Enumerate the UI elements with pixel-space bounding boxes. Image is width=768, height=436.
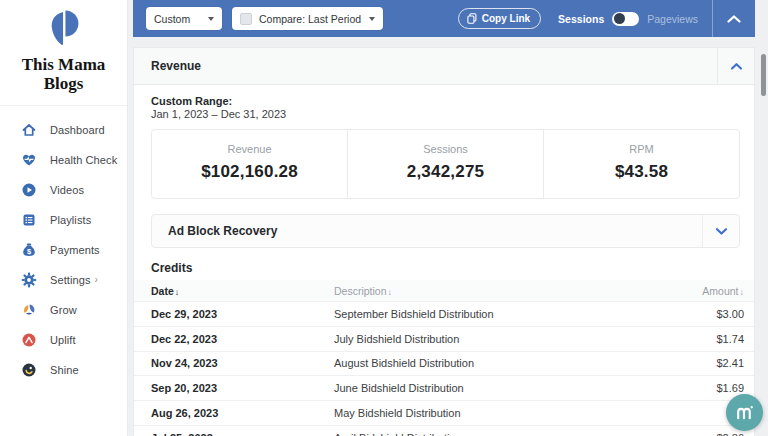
toggle-knob bbox=[614, 13, 625, 24]
stat-label: Revenue bbox=[152, 143, 347, 155]
copy-link-label: Copy Link bbox=[482, 13, 530, 24]
main-area: Custom Compare: Last Period Copy Link Se… bbox=[133, 0, 755, 436]
table-row: Jul 25, 2023 April Bidshield Distributio… bbox=[134, 425, 754, 436]
credit-date: Dec 29, 2023 bbox=[134, 308, 334, 320]
revenue-section-header: Revenue bbox=[134, 48, 754, 85]
chevron-down-icon bbox=[715, 227, 728, 236]
sidebar-item-label: Payments bbox=[50, 244, 100, 256]
collapse-revenue-button[interactable] bbox=[717, 48, 754, 84]
custom-range-label: Custom Range: bbox=[151, 95, 754, 107]
credit-amount: $1.69 bbox=[634, 382, 754, 394]
compare-select[interactable]: Compare: Last Period bbox=[232, 7, 383, 30]
topbar: Custom Compare: Last Period Copy Link Se… bbox=[133, 0, 755, 37]
home-icon bbox=[21, 122, 37, 138]
compare-value: Compare: Last Period bbox=[259, 13, 361, 25]
stat-rpm: RPM $43.58 bbox=[543, 130, 739, 198]
sidebar-menu: Dashboard Health Check Videos Playlists … bbox=[0, 106, 127, 385]
column-header-date[interactable]: Date↓ bbox=[134, 285, 334, 297]
chat-widget-button[interactable] bbox=[726, 394, 763, 431]
column-header-amount[interactable]: Amount↓ bbox=[634, 285, 754, 297]
sidebar-item-label: Dashboard bbox=[50, 124, 105, 136]
sidebar-item-settings[interactable]: Settings › bbox=[0, 265, 127, 295]
brand-logo[interactable] bbox=[0, 0, 127, 53]
sidebar-item-health-check[interactable]: Health Check bbox=[0, 145, 127, 175]
collapse-topbar-button[interactable] bbox=[712, 0, 755, 37]
grow-icon bbox=[21, 302, 37, 318]
credit-description: August Bidshield Distribution bbox=[334, 357, 634, 369]
chevron-up-icon bbox=[726, 14, 742, 24]
credits-table-header: Date↓ Description↓ Amount↓ bbox=[134, 280, 754, 301]
stat-sessions: Sessions 2,342,275 bbox=[347, 130, 543, 198]
pageviews-label[interactable]: Pageviews bbox=[647, 13, 698, 25]
sidebar-item-label: Grow bbox=[50, 304, 77, 316]
date-range-value: Custom bbox=[154, 13, 190, 25]
sessions-pageviews-toggle[interactable] bbox=[612, 12, 639, 26]
date-range-select[interactable]: Custom bbox=[146, 7, 222, 30]
brand-logo-icon bbox=[45, 7, 83, 53]
stats-summary: Revenue $102,160.28 Sessions 2,342,275 R… bbox=[151, 129, 740, 199]
ad-block-recovery-title: Ad Block Recovery bbox=[152, 224, 702, 238]
expand-ad-block-button[interactable] bbox=[702, 215, 739, 247]
stat-revenue: Revenue $102,160.28 bbox=[152, 130, 347, 198]
credit-amount: $1.74 bbox=[634, 333, 754, 345]
custom-range-block: Custom Range: Jan 1, 2023 – Dec 31, 2023 bbox=[151, 95, 754, 120]
credit-description: April Bidshield Distribution bbox=[334, 432, 634, 436]
dropdown-caret-icon bbox=[369, 17, 375, 21]
credit-amount: $2.41 bbox=[634, 357, 754, 369]
sidebar-item-label: Playlists bbox=[50, 214, 91, 226]
sidebar-item-label: Uplift bbox=[50, 334, 76, 346]
revenue-section-title: Revenue bbox=[134, 59, 717, 73]
gear-icon bbox=[21, 272, 37, 288]
sidebar-item-grow[interactable]: Grow bbox=[0, 295, 127, 325]
sidebar-item-uplift[interactable]: Uplift bbox=[0, 325, 127, 355]
credit-amount: $2.86 bbox=[634, 432, 754, 436]
credit-date: Sep 20, 2023 bbox=[134, 382, 334, 394]
custom-range-value: Jan 1, 2023 – Dec 31, 2023 bbox=[151, 108, 754, 120]
stat-label: Sessions bbox=[348, 143, 543, 155]
table-row: Dec 22, 2023 July Bidshield Distribution… bbox=[134, 326, 754, 351]
sessions-label[interactable]: Sessions bbox=[558, 13, 604, 25]
heart-pulse-icon bbox=[21, 152, 37, 168]
stat-value: $102,160.28 bbox=[152, 162, 347, 182]
table-row: Sep 20, 2023 June Bidshield Distribution… bbox=[134, 375, 754, 400]
column-header-description[interactable]: Description↓ bbox=[334, 285, 634, 297]
table-row: Aug 26, 2023 May Bidshield Distribution … bbox=[134, 400, 754, 425]
sidebar-item-payments[interactable]: $ Payments bbox=[0, 235, 127, 265]
table-row: Dec 29, 2023 September Bidshield Distrib… bbox=[134, 301, 754, 326]
sidebar-item-dashboard[interactable]: Dashboard bbox=[0, 115, 127, 145]
credit-date: Jul 25, 2023 bbox=[134, 432, 334, 436]
sidebar-item-label: Health Check bbox=[50, 154, 117, 166]
sidebar: This Mama Blogs Dashboard Health Check V… bbox=[0, 0, 128, 436]
chevron-up-icon bbox=[730, 62, 743, 71]
sidebar-item-playlists[interactable]: Playlists bbox=[0, 205, 127, 235]
submenu-chevron-icon: › bbox=[95, 275, 98, 285]
credit-description: July Bidshield Distribution bbox=[334, 333, 634, 345]
credit-date: Nov 24, 2023 bbox=[134, 357, 334, 369]
sidebar-item-videos[interactable]: Videos bbox=[0, 175, 127, 205]
money-bag-icon: $ bbox=[21, 242, 37, 258]
stat-label: RPM bbox=[544, 143, 739, 155]
credit-amount: $3.00 bbox=[634, 308, 754, 320]
credit-description: June Bidshield Distribution bbox=[334, 382, 634, 394]
uplift-icon bbox=[21, 332, 37, 348]
mediavine-m-icon bbox=[734, 404, 755, 421]
table-row: Nov 24, 2023 August Bidshield Distributi… bbox=[134, 351, 754, 376]
compare-checkbox[interactable] bbox=[240, 13, 252, 25]
sidebar-item-shine[interactable]: Shine bbox=[0, 355, 127, 385]
sidebar-item-label: Videos bbox=[50, 184, 84, 196]
credit-description: September Bidshield Distribution bbox=[334, 308, 634, 320]
playlist-icon bbox=[21, 212, 37, 228]
sort-desc-icon: ↓ bbox=[388, 287, 393, 297]
ad-block-recovery-panel[interactable]: Ad Block Recovery bbox=[151, 214, 740, 248]
copy-icon bbox=[467, 13, 477, 24]
vertical-scrollbar[interactable] bbox=[761, 54, 766, 96]
brand-title: This Mama Blogs bbox=[0, 55, 127, 93]
shine-icon bbox=[21, 362, 37, 378]
sidebar-item-label: Settings bbox=[50, 274, 91, 286]
copy-link-button[interactable]: Copy Link bbox=[458, 8, 541, 29]
revenue-card: Revenue Custom Range: Jan 1, 2023 – Dec … bbox=[133, 47, 755, 436]
stat-value: 2,342,275 bbox=[348, 162, 543, 182]
stat-value: $43.58 bbox=[544, 162, 739, 182]
sidebar-item-label: Shine bbox=[50, 364, 79, 376]
sort-desc-icon: ↓ bbox=[175, 287, 180, 297]
